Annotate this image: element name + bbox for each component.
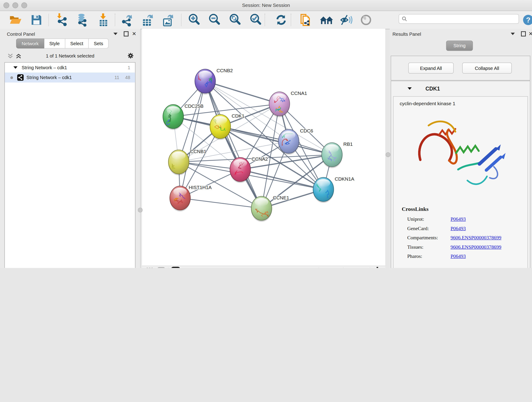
help-button[interactable]: ? [521,13,532,27]
node-label-HIST1H1A: HIST1H1A [189,185,212,190]
save-session-button[interactable] [29,13,44,27]
network-edge-count: 48 [125,75,130,80]
close-panel-icon[interactable]: ✕ [132,31,136,37]
collapse-all-button[interactable]: Collapse All [462,63,512,74]
panel-menu-icon[interactable] [114,33,118,35]
crosslink-link[interactable]: P06493 [451,216,466,222]
network-row-label: String Network – cdk1 [27,75,72,80]
fit-selected-crosshair-icon[interactable] [373,267,382,268]
node-RB1[interactable] [322,143,342,168]
refresh-layout-button[interactable] [273,13,289,27]
crosslink-label: Tissues: [407,244,451,250]
zoom-out-button[interactable] [207,13,222,27]
crosslink-row: Uniprot:P06493 [407,216,524,222]
collection-expander-icon[interactable] [13,66,18,69]
node-label-CDK1: CDK1 [232,113,244,119]
zoom-in-button[interactable] [187,13,202,27]
section-expander-icon[interactable] [408,87,412,90]
tab-network[interactable]: Network [16,38,44,49]
import-network-file-button[interactable] [55,13,70,27]
tab-string[interactable]: String [446,41,473,51]
open-session-button[interactable] [8,13,23,27]
import-table-icon [97,13,110,27]
crosslink-row: Pharos:P06493 [407,254,524,259]
crosslink-link[interactable]: 9606.ENSP00000378699 [451,244,501,250]
left-splitter-handle[interactable] [138,208,143,212]
help-icon: ? [522,14,532,26]
copy-network-icon [299,13,312,27]
export-image-icon [161,13,175,27]
node-CCNA1[interactable] [269,92,290,117]
node-CCNB1[interactable] [168,150,189,175]
export-image-button[interactable] [160,13,175,27]
houses-icon [319,14,334,26]
import-network-database-button[interactable] [75,13,90,27]
node-label-CDC25B: CDC25B [185,103,204,109]
network-options-gear-icon[interactable] [127,52,134,59]
crosslink-label: Pharos: [407,254,451,259]
crosslink-label: Compartments: [407,235,451,241]
network-row-selected[interactable]: String Network – cdk1 11 48 [5,73,135,83]
search-field[interactable] [399,14,519,24]
right-splitter-handle[interactable] [386,153,390,157]
home-button[interactable] [319,13,334,27]
toolbar-separator [115,14,115,26]
zoom-selected-button[interactable] [248,13,263,27]
node-CDK1[interactable] [210,115,231,140]
export-network-button[interactable] [120,13,135,27]
float-panel-icon[interactable] [521,32,526,37]
expand-all-button[interactable]: Expand All [408,63,454,74]
network-collection-row[interactable]: String Network – cdk1 1 [5,63,135,73]
import-network-icon [56,13,69,27]
gene-section-header[interactable]: CDK1 [391,81,530,96]
node-CCNA2[interactable] [230,157,251,183]
zoom-out-icon [208,13,221,27]
crosslink-link[interactable]: P06493 [451,254,466,259]
grid-view-icon[interactable] [146,267,154,268]
node-CDKN1A[interactable] [313,177,334,203]
string-network-graph[interactable]: CCNB2CCNA1CDC25BCDK1CDC6RB1CCNB1CCNA2CDK… [142,29,385,266]
search-icon [402,16,407,22]
clone-network-button[interactable] [298,13,313,27]
tab-select[interactable]: Select [65,38,89,49]
network-nodes[interactable] [163,69,342,222]
gene-symbol: CDK1 [425,86,440,92]
node-CCNE1[interactable] [251,196,272,222]
search-input[interactable] [407,16,516,22]
crosslink-link[interactable]: P06493 [451,225,466,231]
export-table-icon [141,13,154,27]
collection-label: String Network – cdk1 [22,65,67,70]
crosslink-row: Compartments:9606.ENSP00000378699 [407,235,524,241]
node-HIST1H1A[interactable] [170,186,190,211]
toolbar-separator [181,14,182,26]
zoom-fit-button[interactable] [228,13,243,27]
node-CDC25B[interactable] [163,104,184,130]
network-selection-summary: 1 of 1 Network selected [0,53,140,59]
protein-structure-image [407,112,510,198]
eye-slash-icon [340,14,353,26]
panel-menu-icon[interactable] [511,33,515,35]
float-panel-icon[interactable] [124,32,128,37]
crosslink-row: Tissues:9606.ENSP00000378699 [407,244,524,250]
open-folder-icon [9,14,22,26]
hidden-eye-icon[interactable] [346,268,354,268]
node-CCNB2[interactable] [195,69,215,95]
gene-section: CDK1 cyclin-dependent kinase 1 [391,81,530,268]
network-node-count: 11 [114,75,119,80]
crosslink-link[interactable]: 9606.ENSP00000378699 [451,235,501,241]
node-CDC6[interactable] [278,129,299,155]
detach-view-icon[interactable] [171,267,180,268]
export-network-icon [120,13,134,27]
network-canvas[interactable]: CCNB2CCNA1CDC25BCDK1CDC6RB1CCNB1CCNA2CDK… [142,29,385,266]
import-table-button[interactable] [96,13,111,27]
divider [370,267,370,268]
show-graphics-details-button[interactable] [339,13,354,27]
node-label-CDC6: CDC6 [300,128,313,133]
close-panel-icon[interactable]: ✕ [529,31,532,37]
tab-sets[interactable]: Sets [89,38,109,49]
crosslink-label: Uniprot: [407,216,451,222]
export-table-button[interactable] [140,13,155,27]
tab-style[interactable]: Style [44,38,65,49]
birdseye-view-button[interactable] [359,13,374,27]
network-thumbnails-icon[interactable] [157,267,165,268]
